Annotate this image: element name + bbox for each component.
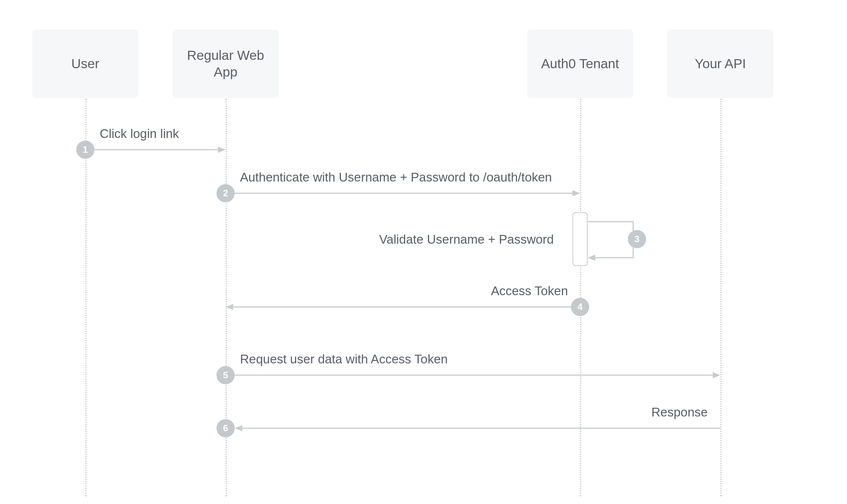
step-badge-6: 6 xyxy=(216,419,235,437)
step-label-2: Authenticate with Username + Password to… xyxy=(240,170,552,185)
selfcall-3 xyxy=(588,220,641,261)
arrow-2 xyxy=(235,191,580,195)
step-number: 5 xyxy=(223,370,228,380)
step-label-5: Request user data with Access Token xyxy=(240,352,448,366)
lifeline-auth0 xyxy=(580,99,581,496)
lifeline-api xyxy=(720,99,722,496)
actor-label: Regular Web App xyxy=(179,47,272,80)
svg-marker-10 xyxy=(235,425,242,431)
actor-webapp: Regular Web App xyxy=(173,30,279,98)
svg-marker-4 xyxy=(588,255,595,261)
arrow-1 xyxy=(94,148,226,152)
step-label-6: Response xyxy=(651,405,708,419)
actor-label: Your API xyxy=(695,55,746,72)
step-number: 6 xyxy=(223,423,228,434)
actor-label: User xyxy=(71,55,99,72)
arrow-6 xyxy=(235,426,720,430)
activation-auth0 xyxy=(573,212,588,266)
svg-marker-3 xyxy=(573,190,580,196)
actor-user: User xyxy=(32,30,138,98)
sequence-diagram: User Regular Web App Auth0 Tenant Your A… xyxy=(0,0,847,504)
actor-label: Auth0 Tenant xyxy=(541,55,619,72)
step-badge-1: 1 xyxy=(76,141,94,159)
step-badge-5: 5 xyxy=(216,366,235,384)
step-number: 2 xyxy=(223,188,228,199)
step-badge-2: 2 xyxy=(216,184,235,202)
svg-marker-8 xyxy=(713,372,720,378)
actor-auth0: Auth0 Tenant xyxy=(527,30,633,98)
svg-marker-1 xyxy=(218,147,226,153)
step-badge-4: 4 xyxy=(571,298,589,316)
actor-api: Your API xyxy=(667,30,773,98)
arrow-4 xyxy=(226,305,571,309)
arrow-5 xyxy=(235,373,720,377)
step-number: 4 xyxy=(577,302,582,312)
step-label-1: Click login link xyxy=(100,127,179,141)
step-number: 1 xyxy=(83,144,88,155)
step-label-4: Access Token xyxy=(491,284,568,298)
step-label-3: Validate Username + Password xyxy=(379,232,554,247)
svg-marker-6 xyxy=(226,304,233,310)
